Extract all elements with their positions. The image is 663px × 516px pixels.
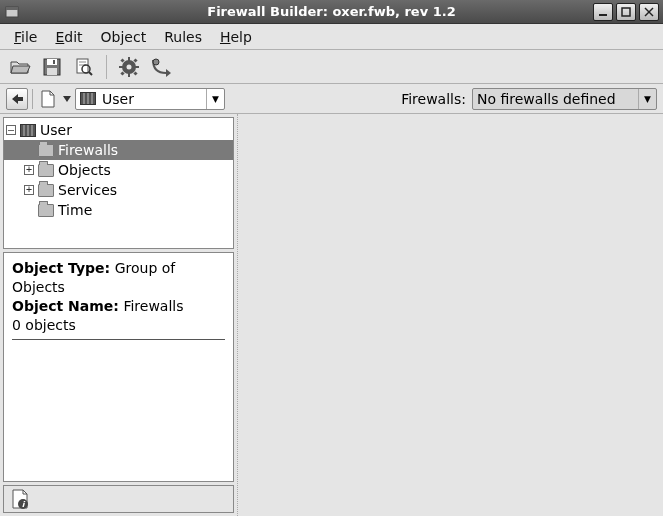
find-button[interactable] <box>70 53 98 81</box>
svg-rect-17 <box>128 73 130 77</box>
tree-item-firewalls[interactable]: Firewalls <box>4 140 233 160</box>
tree-item-label: Time <box>58 202 92 218</box>
titlebar-buttons <box>593 3 659 21</box>
compile-button[interactable] <box>115 53 143 81</box>
content-area: ‒ User Firewalls + Objects <box>0 114 663 516</box>
open-folder-icon <box>9 57 31 77</box>
library-icon <box>20 124 36 137</box>
object-name-label: Object Name: <box>12 298 119 314</box>
properties-panel: Object Type: Group of Objects Object Nam… <box>3 252 234 482</box>
navbar: User ▼ Firewalls: No firewalls defined ▼ <box>0 84 663 114</box>
svg-point-25 <box>153 59 159 65</box>
properties-divider <box>12 339 225 340</box>
svg-rect-9 <box>53 60 55 64</box>
gear-icon <box>118 56 140 78</box>
tree-item-time[interactable]: Time <box>4 200 233 220</box>
menu-edit[interactable]: Edit <box>47 27 90 47</box>
save-button[interactable] <box>38 53 66 81</box>
tree-item-label: Objects <box>58 162 111 178</box>
nav-separator <box>32 89 33 109</box>
object-count-text: 0 objects <box>12 316 225 335</box>
back-arrow-icon <box>10 93 24 105</box>
maximize-button[interactable] <box>616 3 636 21</box>
firewall-selector[interactable]: No firewalls defined ▼ <box>472 88 657 110</box>
tree-root-label: User <box>40 122 72 138</box>
svg-rect-20 <box>120 58 124 62</box>
expand-icon[interactable]: + <box>24 185 34 195</box>
tree-item-objects[interactable]: + Objects <box>4 160 233 180</box>
open-button[interactable] <box>6 53 34 81</box>
svg-rect-22 <box>120 71 124 75</box>
library-icon <box>80 92 96 105</box>
chevron-down-icon[interactable]: ▼ <box>206 89 224 109</box>
tree-root-user[interactable]: ‒ User <box>4 120 233 140</box>
object-tree[interactable]: ‒ User Firewalls + Objects <box>3 117 234 249</box>
chevron-down-icon[interactable]: ▼ <box>638 89 656 109</box>
object-name-value: Firewalls <box>123 298 183 314</box>
svg-line-14 <box>89 72 92 75</box>
folder-icon <box>38 164 54 177</box>
menu-file[interactable]: File <box>6 27 45 47</box>
svg-rect-16 <box>128 57 130 61</box>
firewalls-label: Firewalls: <box>401 91 468 107</box>
app-icon <box>4 4 20 20</box>
dropdown-arrow-icon[interactable] <box>63 96 71 102</box>
folder-icon <box>38 204 54 217</box>
app-window: Firewall Builder: oxer.fwb, rev 1.2 File… <box>0 0 663 516</box>
info-button[interactable]: i <box>8 488 32 510</box>
firewall-selected-text: No firewalls defined <box>477 91 616 107</box>
toolbar <box>0 50 663 84</box>
svg-rect-7 <box>47 59 57 65</box>
install-icon <box>150 56 172 78</box>
library-selector[interactable]: User ▼ <box>75 88 225 110</box>
window-title: Firewall Builder: oxer.fwb, rev 1.2 <box>0 0 663 24</box>
find-icon <box>74 57 94 77</box>
properties-toolbar: i <box>3 485 234 513</box>
left-panel: ‒ User Firewalls + Objects <box>0 114 237 516</box>
tree-item-services[interactable]: + Services <box>4 180 233 200</box>
menubar: File Edit Object Rules Help <box>0 24 663 50</box>
svg-point-24 <box>127 64 132 69</box>
svg-rect-3 <box>622 8 630 16</box>
folder-icon <box>38 144 54 157</box>
svg-rect-23 <box>133 71 137 75</box>
svg-rect-8 <box>47 68 57 75</box>
minimize-button[interactable] <box>593 3 613 21</box>
install-button[interactable] <box>147 53 175 81</box>
menu-object[interactable]: Object <box>93 27 155 47</box>
collapse-icon[interactable]: ‒ <box>6 125 16 135</box>
titlebar: Firewall Builder: oxer.fwb, rev 1.2 <box>0 0 663 24</box>
back-button[interactable] <box>6 88 28 110</box>
new-object-button[interactable] <box>37 88 59 110</box>
close-button[interactable] <box>639 3 659 21</box>
save-icon <box>42 57 62 77</box>
new-page-icon <box>40 90 56 108</box>
object-type-label: Object Type: <box>12 260 110 276</box>
tree-item-label: Firewalls <box>58 142 118 158</box>
tree-item-label: Services <box>58 182 117 198</box>
folder-icon <box>38 184 54 197</box>
toolbar-separator <box>106 55 107 79</box>
svg-rect-21 <box>133 58 137 62</box>
rules-panel <box>237 114 663 516</box>
svg-rect-19 <box>135 66 139 68</box>
page-info-icon: i <box>11 489 29 509</box>
expand-icon[interactable]: + <box>24 165 34 175</box>
library-selected-text: User <box>102 91 134 107</box>
svg-rect-1 <box>6 7 18 10</box>
menu-help[interactable]: Help <box>212 27 260 47</box>
menu-rules[interactable]: Rules <box>156 27 210 47</box>
svg-rect-18 <box>119 66 123 68</box>
